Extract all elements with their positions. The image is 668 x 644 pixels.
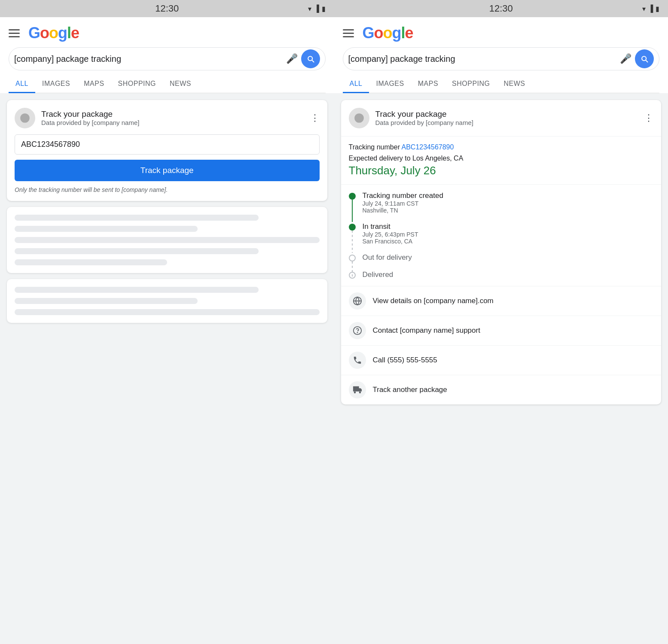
timeline-dot-2 [349, 255, 356, 261]
left-more-icon[interactable]: ⋮ [310, 112, 320, 124]
right-result-card: Track your package Data provided by [com… [341, 100, 662, 404]
right-tab-maps[interactable]: MAPS [411, 76, 445, 93]
left-google-logo: Google [28, 24, 79, 42]
left-tab-maps[interactable]: MAPS [77, 76, 111, 93]
left-hamburger-menu[interactable] [9, 29, 20, 37]
right-search-tabs: ALL IMAGES MAPS SHOPPING NEWS [343, 76, 660, 93]
action-track-another[interactable]: Track another package [341, 375, 662, 404]
right-logo-o1: o [374, 24, 383, 42]
left-card-header: Track your package Data provided by [com… [15, 108, 320, 128]
right-tab-images[interactable]: IMAGES [369, 76, 411, 93]
skel-line-8 [15, 309, 320, 315]
right-card-title: Track your package [375, 109, 638, 119]
timeline-detail-loc-0: Nashville, TN [363, 207, 443, 214]
right-tab-all[interactable]: ALL [343, 76, 369, 93]
delivery-label: Expected delivery to Los Angeles, CA [349, 155, 654, 162]
right-company-logo [349, 108, 369, 128]
right-timeline: Tracking number created July 24, 9:11am … [341, 185, 662, 286]
timeline-event-3: Delivered [363, 270, 393, 279]
right-status-bar: 12:30 ▾ ▐ ▮ [334, 0, 668, 17]
hamburger-line-3 [9, 36, 20, 37]
action-view-details[interactable]: View details on [company name].com [341, 286, 662, 316]
right-phone-panel: 12:30 ▾ ▐ ▮ Google 🎤 ALL [334, 0, 668, 644]
right-header-top: Google [343, 24, 660, 42]
battery-icon: ▮ [322, 5, 326, 13]
left-tab-shopping[interactable]: SHOPPING [111, 76, 163, 93]
right-hamburger-line-3 [343, 36, 354, 37]
left-header-top: Google [9, 24, 326, 42]
skel-line-5 [15, 259, 167, 265]
left-search-input[interactable] [14, 54, 283, 64]
left-search-button[interactable] [301, 49, 320, 68]
right-search-input[interactable] [348, 54, 617, 64]
left-content: Track your package Data provided by [com… [0, 93, 334, 330]
left-tracking-input[interactable] [15, 134, 320, 155]
right-google-header: Google 🎤 ALL IMAGES MAPS SHOPPING NEWS [334, 17, 668, 93]
right-hamburger-line-2 [343, 33, 354, 34]
left-tab-news[interactable]: NEWS [163, 76, 198, 93]
left-company-logo [15, 108, 35, 128]
tracking-number-row: Tracking number ABC1234567890 [349, 143, 654, 151]
action-view-details-label: View details on [company name].com [373, 297, 494, 305]
timeline-item-3: Delivered [349, 270, 654, 279]
right-search-button[interactable] [635, 49, 654, 68]
skel-line-2 [15, 226, 198, 232]
right-logo-l: l [401, 24, 405, 42]
right-more-icon[interactable]: ⋮ [644, 112, 653, 124]
right-battery-icon: ▮ [656, 5, 659, 13]
left-phone-panel: 12:30 ▾ ▐ ▮ Google 🎤 ALL [0, 0, 334, 644]
left-google-header: Google 🎤 ALL IMAGES MAPS SHOPPING NEWS [0, 17, 334, 93]
timeline-text-2: Out for delivery [363, 253, 412, 262]
right-status-icons: ▾ ▐ ▮ [642, 5, 659, 13]
action-track-another-label: Track another package [373, 386, 447, 394]
right-card-title-block: Track your package Data provided by [com… [375, 109, 638, 126]
action-contact-support[interactable]: Contact [company name] support [341, 316, 662, 346]
timeline-event-1: In transit [363, 222, 418, 231]
right-tracking-info: Tracking number ABC1234567890 Expected d… [341, 137, 662, 185]
timeline-text-3: Delivered [363, 270, 393, 279]
tracking-number-link[interactable]: ABC1234567890 [402, 143, 454, 151]
wifi-icon: ▾ [308, 5, 311, 13]
svg-point-6 [359, 391, 361, 393]
logo-g: G [28, 24, 40, 42]
right-logo-e: e [405, 24, 413, 42]
right-wifi-icon: ▾ [642, 5, 646, 13]
right-mic-icon[interactable]: 🎤 [620, 53, 631, 64]
left-tracking-card: Track your package Data provided by [com… [7, 100, 327, 201]
action-call[interactable]: Call (555) 555-5555 [341, 346, 662, 375]
right-card-header: Track your package Data provided by [com… [341, 100, 662, 137]
hamburger-line-2 [9, 33, 20, 34]
timeline-text-0: Tracking number created July 24, 9:11am … [363, 191, 443, 214]
left-tab-images[interactable]: IMAGES [35, 76, 77, 93]
left-skeleton-card-2 [7, 279, 327, 323]
left-skeleton-card-1 [7, 207, 327, 273]
right-search-bar: 🎤 [343, 47, 660, 70]
action-call-label: Call (555) 555-5555 [373, 356, 437, 365]
left-track-button[interactable]: Track package [15, 160, 320, 181]
skel-line-7 [15, 298, 198, 304]
left-search-bar: 🎤 [9, 47, 326, 70]
timeline-item-1: In transit July 25, 6:43pm PST San Franc… [349, 222, 654, 245]
right-signal-icon: ▐ [648, 5, 653, 12]
right-tab-shopping[interactable]: SHOPPING [445, 76, 497, 93]
right-card-subtitle: Data provided by [company name] [375, 119, 638, 126]
truck-icon [349, 381, 366, 398]
right-tab-news[interactable]: NEWS [497, 76, 532, 93]
left-mic-icon[interactable]: 🎤 [286, 53, 298, 64]
left-card-title-block: Track your package Data provided by [com… [41, 109, 304, 126]
timeline-dot-1 [349, 224, 356, 231]
skel-line-3 [15, 237, 320, 243]
timeline-event-0: Tracking number created [363, 191, 443, 200]
left-tab-all[interactable]: ALL [9, 76, 35, 93]
svg-point-1 [354, 113, 364, 123]
right-google-logo: Google [363, 24, 413, 42]
action-contact-support-label: Contact [company name] support [373, 326, 480, 335]
svg-point-0 [20, 113, 30, 123]
timeline-item-0: Tracking number created July 24, 9:11am … [349, 191, 654, 214]
right-logo-o2: o [383, 24, 392, 42]
timeline-connector-0 [352, 200, 353, 222]
globe-icon [349, 292, 366, 310]
skel-line-4 [15, 248, 259, 254]
skel-line-6 [15, 287, 259, 293]
right-hamburger-menu[interactable] [343, 29, 354, 37]
